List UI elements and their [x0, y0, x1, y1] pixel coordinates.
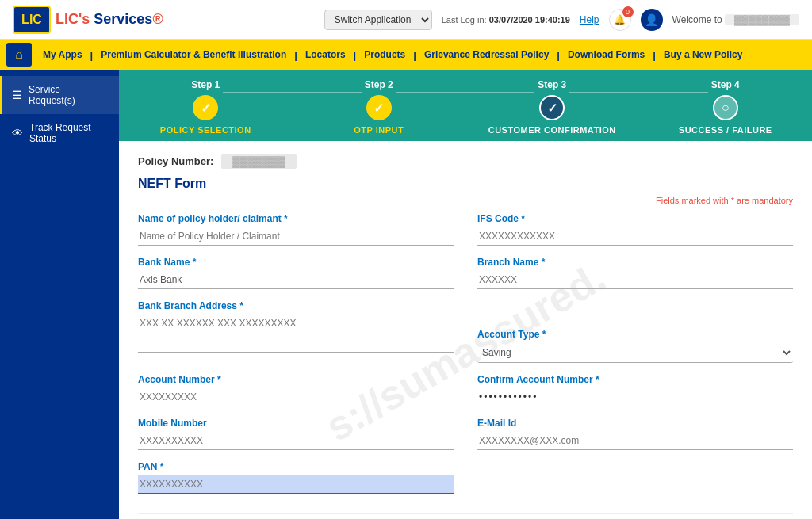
branch-name-input[interactable]	[477, 271, 793, 289]
mobile-number-input[interactable]	[138, 432, 454, 450]
ifs-code-field: IFS Code *	[477, 213, 793, 246]
list-icon: ☰	[12, 89, 22, 101]
step-4-label: Step 4	[711, 79, 740, 90]
confirm-account-label: Confirm Account Number *	[477, 374, 793, 385]
bank-name-field: Bank Name *	[138, 257, 454, 289]
steps-bar: Step 1 ✓ POLICY SELECTION Step 2 ✓ OTP I…	[119, 70, 812, 141]
mobile-number-label: Mobile Number	[138, 418, 454, 429]
email-label: E-Mail Id	[477, 418, 793, 429]
lic-services-label: LIC's Services®	[56, 11, 163, 28]
step-1-circle: ✓	[193, 95, 218, 120]
sidebar-service-requests-label: Service Request(s)	[29, 84, 109, 106]
nav-download-forms[interactable]: Download Forms	[560, 43, 653, 67]
step-4-circle: ○	[713, 95, 738, 120]
content-area: Step 1 ✓ POLICY SELECTION Step 2 ✓ OTP I…	[119, 70, 812, 519]
step-2: Step 2 ✓ OTP INPUT	[293, 79, 466, 135]
confirm-account-input[interactable]	[477, 388, 793, 406]
policy-number-row: Policy Number: ▓▓▓▓▓▓▓	[138, 154, 793, 169]
step-1: Step 1 ✓ POLICY SELECTION	[119, 79, 293, 135]
header-right: Switch Application Last Log in: 03/07/20…	[324, 9, 799, 31]
email-field: E-Mail Id	[477, 418, 793, 450]
nav-buy-new-policy[interactable]: Buy a New Policy	[656, 43, 750, 67]
bank-name-input[interactable]	[138, 271, 454, 289]
mobile-number-field: Mobile Number	[138, 418, 454, 450]
policy-number-label: Policy Number:	[138, 155, 213, 167]
name-input[interactable]	[138, 227, 454, 246]
policy-number-value: ▓▓▓▓▓▓▓	[221, 154, 296, 169]
bank-branch-addr-input[interactable]	[138, 315, 454, 353]
last-login-label: Last Log in: 03/07/2020 19:40:19	[442, 15, 570, 25]
account-number-input[interactable]	[138, 388, 454, 406]
step-3-sublabel: CUSTOMER CONFIRMATION	[488, 125, 616, 135]
step-3-circle: ✓	[539, 95, 565, 120]
ifs-code-label: IFS Code *	[477, 213, 793, 224]
account-type-field: Account Type * Saving Current NRE NRO	[477, 329, 793, 363]
step-2-circle: ✓	[366, 95, 392, 120]
notification-badge: 0	[622, 6, 634, 17]
nav-products[interactable]: Products	[356, 43, 413, 67]
account-number-field: Account Number *	[138, 374, 454, 406]
step-3: Step 3 ✓ CUSTOMER CONFIRMATION	[465, 79, 639, 135]
nav-grievance[interactable]: Grievance Redressal Policy	[416, 43, 557, 67]
nav-locators[interactable]: Locators	[297, 43, 354, 67]
header: LIC LIC's Services® Switch Application L…	[0, 0, 812, 40]
home-nav-button[interactable]: ⌂	[6, 43, 32, 67]
neft-form-grid: Name of policy holder/ claimant * IFS Co…	[138, 213, 793, 506]
step-1-label: Step 1	[191, 79, 220, 90]
main-layout: ☰ Service Request(s) 👁 Track Request Sta…	[0, 70, 812, 519]
bank-name-label: Bank Name *	[138, 257, 454, 268]
user-avatar[interactable]: 👤	[641, 9, 663, 31]
name-label: Name of policy holder/ claimant *	[138, 213, 454, 224]
sidebar-item-track-request[interactable]: 👁 Track Request Status	[0, 114, 119, 152]
step-2-label: Step 2	[365, 79, 393, 90]
bank-branch-addr-field: Bank Branch Address *	[138, 300, 454, 363]
email-input[interactable]	[477, 432, 793, 450]
pan-input[interactable]	[138, 475, 454, 494]
form-area: s://sumassured. Policy Number: ▓▓▓▓▓▓▓ N…	[119, 141, 812, 519]
mandatory-note: Fields marked with * are mandatory	[138, 196, 793, 205]
logo-area: LIC LIC's Services®	[13, 6, 163, 34]
sidebar-item-service-requests[interactable]: ☰ Service Request(s)	[0, 76, 119, 114]
step-3-label: Step 3	[538, 79, 566, 90]
branch-name-label: Branch Name *	[477, 257, 793, 268]
branch-name-field: Branch Name *	[477, 257, 793, 289]
step-4-sublabel: SUCCESS / FAILURE	[679, 125, 772, 135]
account-type-label: Account Type *	[477, 329, 793, 340]
nav-premium-calculator[interactable]: Premium Calculator & Benefit Illustratio…	[93, 43, 294, 67]
step-2-sublabel: OTP INPUT	[354, 125, 404, 135]
ifs-code-input[interactable]	[477, 227, 793, 246]
notification-icon[interactable]: 🔔 0	[609, 9, 631, 31]
account-number-label: Account Number *	[138, 374, 454, 385]
sidebar-track-label: Track Request Status	[29, 122, 109, 144]
bank-branch-addr-label: Bank Branch Address *	[138, 300, 454, 311]
switch-application-dropdown[interactable]: Switch Application	[324, 10, 432, 30]
navbar: ⌂ My Apps | Premium Calculator & Benefit…	[0, 40, 812, 70]
empty-right-field	[477, 461, 793, 494]
account-type-select[interactable]: Saving Current NRE NRO	[477, 343, 793, 363]
eye-icon: 👁	[12, 127, 23, 139]
form-footer: Cancel Reset Save	[138, 513, 793, 519]
nav-my-apps[interactable]: My Apps	[35, 43, 90, 67]
help-link[interactable]: Help	[580, 14, 599, 25]
confirm-account-field: Confirm Account Number *	[477, 374, 793, 406]
step-1-sublabel: POLICY SELECTION	[160, 125, 251, 135]
welcome-text: Welcome to ▓▓▓▓▓▓▓▓	[672, 14, 799, 25]
pan-label: PAN *	[138, 461, 454, 472]
neft-form-title: NEFT Form	[138, 177, 793, 191]
name-field: Name of policy holder/ claimant *	[138, 213, 454, 246]
pan-field: PAN *	[138, 461, 454, 494]
sidebar: ☰ Service Request(s) 👁 Track Request Sta…	[0, 70, 119, 519]
lic-logo: LIC	[13, 6, 51, 34]
step-4: Step 4 ○ SUCCESS / FAILURE	[639, 79, 813, 135]
